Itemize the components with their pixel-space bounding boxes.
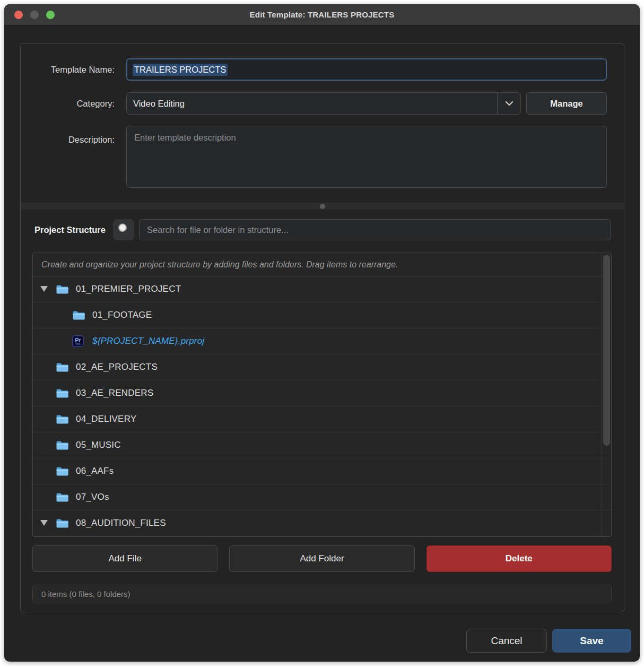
structure-search-input[interactable] [139, 219, 611, 240]
tree-item-label: 07_VOs [76, 492, 109, 502]
tree-item-label: 06_AAFs [76, 466, 114, 476]
tree-scrollbar-thumb[interactable] [603, 255, 610, 446]
tree-row[interactable]: Pr PRO 06_AAFs [33, 458, 611, 484]
tree-item-label: ${PROJECT_NAME}.prproj [92, 336, 204, 346]
main-panel: Template Name: TRAILERS PROJECTS Categor… [20, 43, 624, 612]
add-file-button[interactable]: Add File [32, 545, 217, 572]
save-button[interactable]: Save [552, 629, 631, 653]
tree-row[interactable]: Pr PRO 02_AE_PROJECTS [33, 354, 611, 380]
search-icon [116, 222, 131, 238]
structure-header: Project Structure [21, 219, 624, 241]
folder-icon [56, 414, 69, 425]
folder-icon [72, 310, 85, 321]
category-row: Category: Video Editing Manage [21, 92, 624, 115]
tree-actions: Add File Add Folder Delete [32, 545, 612, 572]
structure-tree: Create and organize your project structu… [32, 253, 612, 537]
cancel-button[interactable]: Cancel [466, 629, 547, 653]
category-label: Category: [21, 92, 126, 115]
category-value: Video Editing [133, 99, 185, 109]
tree-item-label: 01_FOOTAGE [92, 310, 152, 320]
folder-icon [56, 492, 69, 503]
window-title: Edit Template: TRAILERS PROJECTS [4, 10, 640, 19]
tree-row[interactable]: Pr PRO 08_AUDITION_FILES [33, 510, 611, 536]
tree-helper-text: Create and organize your project structu… [33, 253, 611, 276]
splitter-handle[interactable] [21, 203, 624, 210]
svg-text:Pr: Pr [75, 337, 81, 343]
tree-rows: Pr PRO 01_PREMIER_PROJECT Pr PRO 01_ [33, 276, 611, 536]
folder-icon [56, 388, 69, 399]
tree-row[interactable]: Pr PRO 01_PREMIER_PROJECT [33, 276, 611, 302]
close-window-icon[interactable] [14, 11, 23, 19]
tree-row[interactable]: Pr PRO 01_FOOTAGE [33, 302, 611, 328]
folder-icon [56, 362, 69, 373]
zoom-window-icon[interactable] [46, 11, 55, 19]
project-structure-label: Project Structure [34, 225, 113, 235]
svg-text:PRO: PRO [76, 343, 80, 345]
disclosure-triangle-icon[interactable] [40, 518, 48, 528]
description-label: Description: [21, 126, 126, 146]
tree-item-label: 01_PREMIER_PROJECT [76, 284, 181, 294]
add-folder-button[interactable]: Add Folder [229, 545, 414, 572]
tree-scrollbar-track[interactable] [602, 254, 611, 536]
edit-template-dialog: Edit Template: TRAILERS PROJECTS Templat… [4, 4, 640, 662]
tree-row[interactable]: Pr PRO 04_DELIVERY [33, 406, 611, 432]
premiere-file-icon: Pr PRO [72, 335, 85, 347]
chevron-down-icon [497, 93, 520, 114]
tree-row[interactable]: Pr PRO ${PROJECT_NAME}.prproj [33, 328, 611, 354]
selection-status-bar: 0 items (0 files, 0 folders) [32, 585, 612, 603]
tree-item-label: 08_AUDITION_FILES [76, 518, 166, 528]
description-textarea[interactable] [126, 126, 607, 188]
template-form: Template Name: TRAILERS PROJECTS Categor… [21, 44, 624, 188]
folder-icon [56, 466, 69, 477]
category-select[interactable]: Video Editing [126, 92, 521, 115]
template-name-input[interactable]: TRAILERS PROJECTS [126, 58, 607, 81]
title-bar: Edit Template: TRAILERS PROJECTS [4, 4, 640, 25]
folder-icon [56, 284, 69, 295]
folder-icon [56, 440, 69, 451]
template-name-row: Template Name: TRAILERS PROJECTS [21, 58, 624, 81]
template-name-label: Template Name: [21, 58, 126, 81]
tree-item-label: 02_AE_PROJECTS [76, 362, 158, 372]
splitter-grip-icon [320, 204, 325, 209]
tree-row[interactable]: Pr PRO 03_AE_RENDERS [33, 380, 611, 406]
tree-item-label: 04_DELIVERY [76, 414, 136, 424]
tree-item-label: 05_MUSIC [76, 440, 121, 450]
traffic-lights [14, 11, 55, 19]
dialog-footer: Cancel Save [4, 629, 640, 653]
minimize-window-icon[interactable] [30, 11, 39, 19]
search-button[interactable] [113, 219, 134, 240]
folder-icon [56, 518, 69, 529]
description-row: Description: [21, 126, 624, 188]
tree-item-label: 03_AE_RENDERS [76, 388, 153, 398]
manage-categories-button[interactable]: Manage [526, 92, 607, 115]
tree-row[interactable]: Pr PRO 05_MUSIC [33, 432, 611, 458]
tree-row[interactable]: Pr PRO 07_VOs [33, 484, 611, 510]
delete-button[interactable]: Delete [427, 545, 612, 572]
template-name-selected-text: TRAILERS PROJECTS [133, 64, 228, 76]
disclosure-triangle-icon[interactable] [40, 284, 48, 294]
